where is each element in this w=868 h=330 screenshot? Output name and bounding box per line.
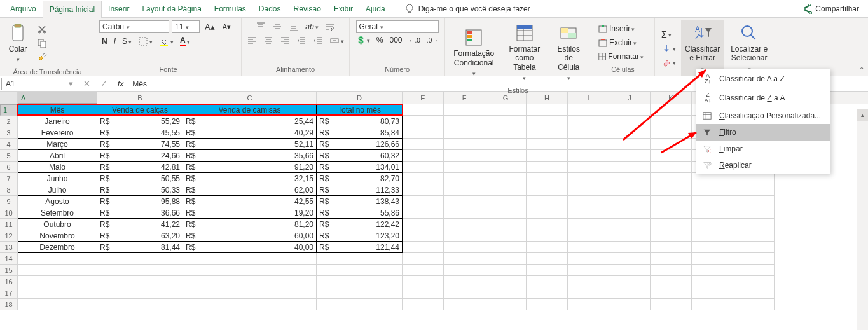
cell[interactable] xyxy=(609,253,651,265)
cell[interactable]: R$55,86 xyxy=(317,207,403,219)
cell[interactable] xyxy=(568,127,609,139)
row-header-18[interactable]: 18 xyxy=(0,299,18,310)
cell[interactable] xyxy=(485,150,527,162)
cell[interactable] xyxy=(403,253,444,265)
col-header-A[interactable]: A xyxy=(18,92,97,104)
cell[interactable]: R$35,66 xyxy=(183,150,317,162)
row-header-13[interactable]: 13 xyxy=(0,242,18,253)
wrap-text-button[interactable] xyxy=(322,20,338,33)
cell[interactable]: Fevereiro xyxy=(18,127,97,139)
cell[interactable] xyxy=(692,184,733,196)
cell[interactable]: Agosto xyxy=(18,196,97,207)
cell[interactable] xyxy=(403,184,444,196)
cell[interactable] xyxy=(18,276,97,287)
cell[interactable]: R$52,11 xyxy=(183,139,317,150)
cell[interactable] xyxy=(609,162,651,173)
tab-help[interactable]: Ajuda xyxy=(359,1,392,17)
cell[interactable] xyxy=(651,242,692,253)
decrease-decimal-button[interactable]: .0→ xyxy=(424,34,441,46)
cell[interactable] xyxy=(692,173,733,184)
italic-button[interactable]: I xyxy=(111,34,118,48)
tab-insert[interactable]: Inserir xyxy=(102,1,135,17)
cell[interactable] xyxy=(485,299,527,310)
cell[interactable]: R$81,44 xyxy=(97,242,183,253)
menu-sort-az[interactable]: AZ↓ Classificar de A a Z xyxy=(696,69,830,88)
share-button[interactable]: Compartilhar xyxy=(797,1,864,17)
format-painter-button[interactable] xyxy=(34,51,50,64)
cell[interactable] xyxy=(733,242,775,253)
cell[interactable] xyxy=(18,253,97,265)
tab-file[interactable]: Arquivo xyxy=(4,1,43,17)
cell[interactable] xyxy=(183,299,317,310)
font-size-select[interactable]: 11 xyxy=(172,20,200,33)
row-header-10[interactable]: 10 xyxy=(0,207,18,219)
cell[interactable] xyxy=(97,253,183,265)
row-header-17[interactable]: 17 xyxy=(0,287,18,299)
cell[interactable] xyxy=(317,265,403,276)
cell[interactable] xyxy=(692,287,733,299)
cell[interactable]: R$134,01 xyxy=(317,162,403,173)
cell[interactable] xyxy=(403,150,444,162)
cell[interactable]: R$36,66 xyxy=(97,207,183,219)
cell[interactable] xyxy=(733,253,775,265)
cell[interactable] xyxy=(485,242,527,253)
select-all-corner[interactable] xyxy=(0,92,18,104)
cell[interactable] xyxy=(568,242,609,253)
name-box[interactable] xyxy=(1,78,62,90)
cancel-formula-button[interactable]: ✕ xyxy=(78,79,95,88)
cell[interactable] xyxy=(609,230,651,242)
cell[interactable] xyxy=(692,207,733,219)
cell[interactable] xyxy=(568,287,609,299)
cell[interactable]: R$91,20 xyxy=(183,162,317,173)
menu-filter[interactable]: Filtro xyxy=(696,124,830,141)
cell[interactable] xyxy=(609,116,651,127)
cell[interactable]: R$40,00 xyxy=(183,242,317,253)
sort-filter-button[interactable]: AZ Classificar e Filtrar xyxy=(681,20,724,76)
cell[interactable]: R$19,20 xyxy=(183,207,317,219)
cell[interactable] xyxy=(485,116,527,127)
cell[interactable]: R$80,73 xyxy=(317,116,403,127)
cell[interactable] xyxy=(18,287,97,299)
cell[interactable] xyxy=(485,230,527,242)
percent-button[interactable]: % xyxy=(374,34,386,46)
cell[interactable] xyxy=(97,276,183,287)
cell[interactable]: Setembro xyxy=(18,207,97,219)
row-header-8[interactable]: 8 xyxy=(0,184,18,196)
insert-cells-button[interactable]: Inserir xyxy=(595,22,646,35)
vertical-scrollbar[interactable]: ▴ xyxy=(857,109,868,330)
row-header-9[interactable]: 9 xyxy=(0,196,18,207)
cell[interactable]: Junho xyxy=(18,173,97,184)
cell[interactable] xyxy=(609,139,651,150)
cell[interactable] xyxy=(485,219,527,230)
cell[interactable] xyxy=(317,276,403,287)
cell[interactable] xyxy=(403,230,444,242)
cell[interactable] xyxy=(733,219,775,230)
row-header-11[interactable]: 11 xyxy=(0,219,18,230)
cell[interactable] xyxy=(403,116,444,127)
cell[interactable]: R$95,88 xyxy=(97,196,183,207)
cell[interactable] xyxy=(485,162,527,173)
row-header-15[interactable]: 15 xyxy=(0,265,18,276)
row-header-3[interactable]: 3 xyxy=(0,127,18,139)
cell[interactable] xyxy=(651,253,692,265)
cell[interactable] xyxy=(444,265,485,276)
cell[interactable] xyxy=(651,219,692,230)
menu-sort-za[interactable]: ZA↓ Classificar de Z a A xyxy=(696,88,830,107)
cell[interactable] xyxy=(485,265,527,276)
align-center-button[interactable] xyxy=(261,34,276,47)
cell[interactable] xyxy=(444,184,485,196)
cell[interactable] xyxy=(651,116,692,127)
cell[interactable]: R$81,20 xyxy=(183,219,317,230)
cell[interactable] xyxy=(403,127,444,139)
align-bottom-button[interactable] xyxy=(286,20,301,33)
cell[interactable] xyxy=(444,299,485,310)
cell[interactable]: Julho xyxy=(18,184,97,196)
cell[interactable] xyxy=(527,150,568,162)
orientation-button[interactable]: ab xyxy=(303,20,320,33)
cell[interactable] xyxy=(97,287,183,299)
cell[interactable]: Dezembro xyxy=(18,242,97,253)
cell[interactable] xyxy=(403,104,444,116)
font-color-button[interactable]: A xyxy=(177,34,193,48)
col-header-E[interactable]: E xyxy=(403,92,444,104)
cell[interactable] xyxy=(568,299,609,310)
